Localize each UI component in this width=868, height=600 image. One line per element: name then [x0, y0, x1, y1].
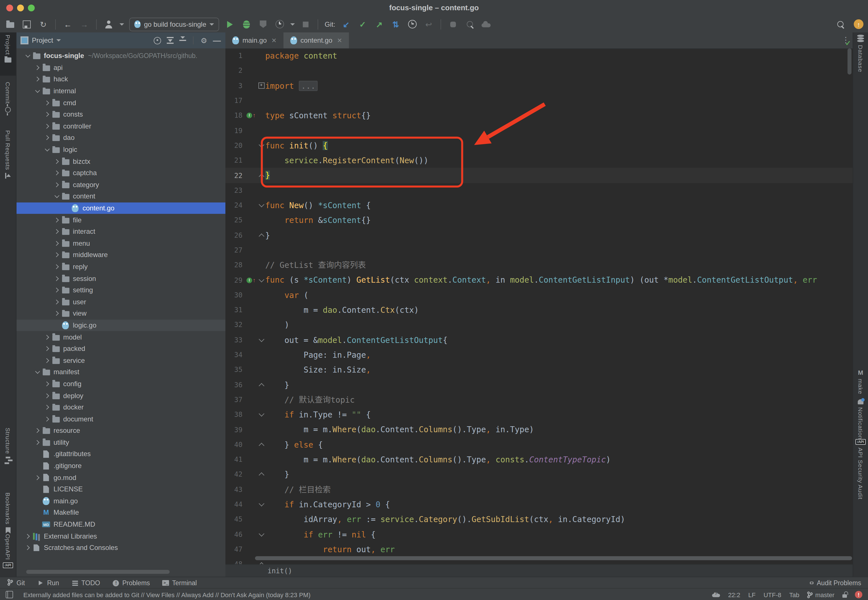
- tree-chevron-icon[interactable]: [43, 124, 51, 128]
- editor-vscrollbar[interactable]: [848, 48, 851, 74]
- tree-chevron-icon[interactable]: [43, 406, 51, 409]
- code-line-1[interactable]: 1package content: [225, 48, 853, 64]
- fold-marker-icon[interactable]: [258, 411, 264, 417]
- code-text[interactable]: return &sContent{}: [265, 213, 371, 228]
- tree-chevron-icon[interactable]: [53, 230, 61, 233]
- tree-chevron-icon[interactable]: [33, 476, 41, 479]
- tree-item-document[interactable]: document: [16, 413, 225, 425]
- code-line-34[interactable]: 34 Page: in.Page,: [225, 347, 853, 362]
- code-line-45[interactable]: 45 idArray, err := service.Category().Ge…: [225, 512, 853, 527]
- tree-chevron-icon[interactable]: [53, 159, 61, 163]
- bottom-tool-problems[interactable]: !Problems: [113, 580, 150, 586]
- tree-chevron-icon[interactable]: [33, 90, 41, 92]
- caret-position[interactable]: 22:2: [728, 591, 740, 598]
- fold-marker-icon[interactable]: [258, 383, 264, 388]
- forward-icon[interactable]: →: [79, 18, 90, 30]
- tree-item-scratches-and-consoles[interactable]: Scratches and Consoles: [16, 542, 225, 554]
- cloud-icon[interactable]: [480, 18, 492, 30]
- git-branch-widget[interactable]: master: [807, 591, 835, 598]
- collapse-all-icon[interactable]: [179, 37, 186, 44]
- code-text[interactable]: func New() *sContent {: [265, 198, 371, 213]
- profiler-caret[interactable]: [290, 23, 295, 25]
- expand-all-icon[interactable]: [167, 37, 174, 44]
- tree-chevron-icon[interactable]: [43, 136, 51, 139]
- user-dropdown-caret[interactable]: [120, 23, 124, 25]
- indent-style[interactable]: Tab: [789, 591, 800, 598]
- breadcrumb-item[interactable]: init(): [268, 567, 292, 575]
- code-line-47[interactable]: 47 return out, err: [225, 542, 853, 557]
- fold-marker-icon[interactable]: [258, 276, 264, 282]
- code-text[interactable]: service.RegisterContent(New()): [265, 153, 428, 168]
- tree-item-logic[interactable]: logic: [16, 144, 225, 156]
- tree-chevron-icon[interactable]: [24, 55, 32, 57]
- implemented-marker-icon[interactable]: I: [246, 277, 252, 283]
- inspections-ok-icon[interactable]: ✓: [845, 39, 851, 47]
- tree-chevron-icon[interactable]: [53, 288, 61, 292]
- code-text[interactable]: m = m.Where(dao.Content.Columns().Type, …: [265, 422, 534, 437]
- code-line-43[interactable]: 43 // 栏目检索: [225, 482, 853, 497]
- tree-item-content-go[interactable]: content.go: [16, 202, 225, 214]
- code-line-33[interactable]: 33 out = &model.ContentGetListOutput{: [225, 332, 853, 347]
- code-line-27[interactable]: 27: [225, 243, 853, 258]
- code-text[interactable]: m = m.Where(dao.Content.Columns().Type, …: [265, 452, 611, 467]
- code-line-20[interactable]: 20func init() {: [225, 138, 853, 153]
- project-view-caret[interactable]: [57, 39, 61, 41]
- coverage-button[interactable]: [258, 18, 269, 30]
- tree-item-makefile[interactable]: MMakefile: [16, 507, 225, 518]
- tree-chevron-icon[interactable]: [53, 242, 61, 245]
- code-text[interactable]: return out, err: [265, 542, 395, 557]
- code-line-38[interactable]: 38 if in.Type != "" {: [225, 407, 853, 422]
- tree-chevron-icon[interactable]: [53, 253, 61, 257]
- fold-marker-icon[interactable]: [258, 173, 264, 179]
- run-configuration-select[interactable]: go build focus-single: [129, 17, 219, 31]
- code-line-26[interactable]: 26}: [225, 228, 853, 243]
- open-icon[interactable]: [5, 18, 16, 30]
- code-line-36[interactable]: 36 }: [225, 377, 853, 392]
- back-icon[interactable]: ←: [62, 18, 73, 30]
- audit-problems-label[interactable]: Audit Problems: [817, 580, 861, 586]
- code-text[interactable]: }: [265, 467, 289, 482]
- fold-marker-icon[interactable]: [258, 142, 264, 148]
- tool-button-structure[interactable]: Structure: [0, 426, 16, 472]
- navigate-up-marker-icon[interactable]: ↑: [253, 113, 255, 118]
- tree-chevron-icon[interactable]: [33, 371, 41, 373]
- tree-item-dao[interactable]: dao: [16, 132, 225, 144]
- fold-marker-icon[interactable]: [258, 233, 264, 239]
- layout-icon[interactable]: [6, 591, 13, 598]
- git-update-icon[interactable]: ↙: [341, 18, 352, 30]
- bottom-tool-run[interactable]: Run: [37, 580, 59, 586]
- close-tab-icon[interactable]: ✕: [271, 37, 276, 44]
- tool-button-project[interactable]: Project: [0, 32, 16, 76]
- search-everywhere-small-icon[interactable]: [464, 18, 475, 30]
- tree-chevron-icon[interactable]: [43, 359, 51, 362]
- code-line-32[interactable]: 32 ): [225, 318, 853, 333]
- code-text[interactable]: }: [265, 228, 270, 243]
- fold-marker-icon[interactable]: +: [258, 82, 265, 89]
- tree-item-view[interactable]: view: [16, 308, 225, 319]
- implemented-marker-icon[interactable]: I: [246, 113, 252, 118]
- code-line-2[interactable]: 2: [225, 64, 853, 79]
- close-tab-icon[interactable]: ✕: [337, 37, 342, 44]
- code-line-42[interactable]: 42 }: [225, 467, 853, 482]
- code-line-30[interactable]: 30 var (: [225, 288, 853, 303]
- code-text[interactable]: type sContent struct{}: [265, 108, 371, 123]
- tree-item-file[interactable]: file: [16, 214, 225, 226]
- tree-item-captcha[interactable]: captcha: [16, 167, 225, 179]
- tool-button-api-security-audit[interactable]: /APIAPI Security Audit: [853, 437, 868, 507]
- code-line-17[interactable]: 17: [225, 93, 853, 108]
- code-line-19[interactable]: 19: [225, 123, 853, 138]
- tree-item-docker[interactable]: docker: [16, 402, 225, 413]
- tree-item-category[interactable]: category: [16, 179, 225, 191]
- tree-item-reply[interactable]: reply: [16, 261, 225, 273]
- debug-button[interactable]: [241, 18, 252, 30]
- file-encoding[interactable]: UTF-8: [763, 591, 781, 598]
- code-text[interactable]: Page: in.Page,: [265, 347, 371, 362]
- code-text[interactable]: }: [265, 168, 270, 183]
- tree-chevron-icon[interactable]: [53, 312, 61, 315]
- editor-hscrollbar[interactable]: [255, 556, 852, 560]
- save-icon[interactable]: [21, 18, 32, 30]
- code-text[interactable]: // GetList 查询内容列表: [265, 258, 366, 273]
- stop-button[interactable]: [300, 18, 312, 30]
- code-text[interactable]: if err != nil {: [265, 527, 375, 542]
- code-text[interactable]: out = &model.ContentGetListOutput{: [265, 332, 448, 347]
